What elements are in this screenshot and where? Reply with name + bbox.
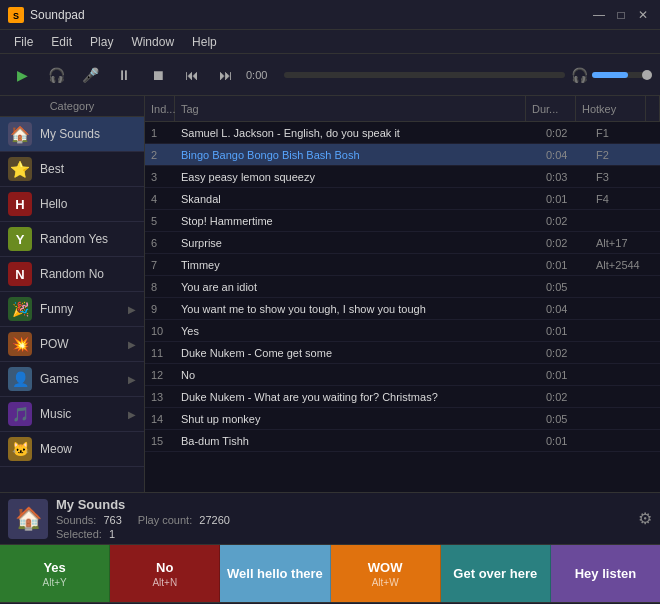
cell-duration: 0:04 [540, 303, 590, 315]
mic-button[interactable]: 🎤 [76, 61, 104, 89]
cell-duration: 0:02 [540, 391, 590, 403]
headphone-button[interactable]: 🎧 [42, 61, 70, 89]
selected-label: Selected: 1 [56, 528, 115, 540]
sidebar-label-funny: Funny [40, 302, 73, 316]
sidebar-label-games: Games [40, 372, 79, 386]
random-yes-icon: Y [8, 227, 32, 251]
sidebar-label-my-sounds: My Sounds [40, 127, 100, 141]
table-row[interactable]: 12 No 0:01 [145, 364, 660, 386]
table-row[interactable]: 1 Samuel L. Jackson - English, do you sp… [145, 122, 660, 144]
table-body: 1 Samuel L. Jackson - English, do you sp… [145, 122, 660, 492]
menu-file[interactable]: File [6, 33, 41, 51]
close-button[interactable]: ✕ [634, 6, 652, 24]
volume-slider[interactable] [592, 72, 652, 78]
cell-index: 15 [145, 435, 175, 447]
sidebar-item-music[interactable]: 🎵 Music ▶ [0, 397, 144, 432]
toolbar: ▶ 🎧 🎤 ⏸ ⏹ ⏮ ⏭ 0:00 🎧 [0, 54, 660, 96]
sidebar-item-meow[interactable]: 🐱 Meow [0, 432, 144, 467]
title-bar: S Soundpad — □ ✕ [0, 0, 660, 30]
col-header-duration[interactable]: Dur... [526, 96, 576, 121]
menu-play[interactable]: Play [82, 33, 121, 51]
cell-duration: 0:02 [540, 127, 590, 139]
menu-edit[interactable]: Edit [43, 33, 80, 51]
cell-index: 13 [145, 391, 175, 403]
sidebar-label-meow: Meow [40, 442, 72, 456]
selected-value: 1 [109, 528, 115, 540]
cell-index: 3 [145, 171, 175, 183]
cell-tag: Samuel L. Jackson - English, do you spea… [175, 127, 540, 139]
table-row[interactable]: 10 Yes 0:01 [145, 320, 660, 342]
menu-window[interactable]: Window [123, 33, 182, 51]
table-row[interactable]: 15 Ba-dum Tishh 0:01 [145, 430, 660, 452]
table-row[interactable]: 6 Surprise 0:02 Alt+17 [145, 232, 660, 254]
volume-thumb [642, 70, 652, 80]
sidebar-header: Category [0, 96, 144, 117]
col-header-hotkey[interactable]: Hotkey [576, 96, 646, 121]
col-header-index[interactable]: Ind... [145, 96, 175, 121]
sidebar: Category 🏠 My Sounds ⭐ Best H Hello Y Ra… [0, 96, 145, 492]
volume-icon: 🎧 [571, 67, 588, 83]
quick-button-no[interactable]: NoAlt+N [110, 545, 220, 602]
time-display: 0:00 [246, 69, 278, 81]
pause-button[interactable]: ⏸ [110, 61, 138, 89]
table-header: Ind... Tag Dur... Hotkey [145, 96, 660, 122]
table-row[interactable]: 9 You want me to show you tough, I show … [145, 298, 660, 320]
cell-tag: Duke Nukem - What are you waiting for? C… [175, 391, 540, 403]
settings-gear-icon[interactable]: ⚙ [638, 509, 652, 528]
sidebar-item-funny[interactable]: 🎉 Funny ▶ [0, 292, 144, 327]
quick-button-yes[interactable]: YesAlt+Y [0, 545, 110, 602]
games-expand-icon: ▶ [128, 374, 136, 385]
minimize-button[interactable]: — [590, 6, 608, 24]
sidebar-item-random-yes[interactable]: Y Random Yes [0, 222, 144, 257]
sidebar-label-random-no: Random No [40, 267, 104, 281]
quick-buttons: YesAlt+YNoAlt+NWell hello thereWOWAlt+WG… [0, 544, 660, 602]
table-row[interactable]: 2 Bingo Bango Bongo Bish Bash Bosh 0:04 … [145, 144, 660, 166]
cell-duration: 0:02 [540, 215, 590, 227]
cell-tag: You are an idiot [175, 281, 540, 293]
table-row[interactable]: 11 Duke Nukem - Come get some 0:02 [145, 342, 660, 364]
cell-index: 10 [145, 325, 175, 337]
table-row[interactable]: 14 Shut up monkey 0:05 [145, 408, 660, 430]
table-row[interactable]: 3 Easy peasy lemon squeezy 0:03 F3 [145, 166, 660, 188]
sidebar-item-best[interactable]: ⭐ Best [0, 152, 144, 187]
table-row[interactable]: 13 Duke Nukem - What are you waiting for… [145, 386, 660, 408]
app-icon: S [8, 7, 24, 23]
quick-button-wow[interactable]: WOWAlt+W [331, 545, 441, 602]
table-row[interactable]: 8 You are an idiot 0:05 [145, 276, 660, 298]
progress-bar[interactable] [284, 72, 565, 78]
status-meta: Sounds: 763 Play count: 27260 [56, 514, 630, 526]
sidebar-item-hello[interactable]: H Hello [0, 187, 144, 222]
sounds-label: Sounds: 763 [56, 514, 122, 526]
quick-button-get-over-here[interactable]: Get over here [441, 545, 551, 602]
sidebar-item-random-no[interactable]: N Random No [0, 257, 144, 292]
sidebar-label-hello: Hello [40, 197, 67, 211]
play-button[interactable]: ▶ [8, 61, 36, 89]
quick-button-well-hello-there[interactable]: Well hello there [220, 545, 330, 602]
table-row[interactable]: 5 Stop! Hammertime 0:02 [145, 210, 660, 232]
cell-tag: Skandal [175, 193, 540, 205]
cell-tag: Bingo Bango Bongo Bish Bash Bosh [175, 149, 540, 161]
meow-icon: 🐱 [8, 437, 32, 461]
cell-hotkey: F4 [590, 193, 660, 205]
games-icon: 👤 [8, 367, 32, 391]
cell-index: 5 [145, 215, 175, 227]
sidebar-label-pow: POW [40, 337, 69, 351]
next-button[interactable]: ⏭ [212, 61, 240, 89]
table-row[interactable]: 7 Timmey 0:01 Alt+2544 [145, 254, 660, 276]
quick-button-hey-listen[interactable]: Hey listen [551, 545, 660, 602]
col-header-tag[interactable]: Tag [175, 96, 526, 121]
sidebar-item-pow[interactable]: 💥 POW ▶ [0, 327, 144, 362]
sidebar-item-games[interactable]: 👤 Games ▶ [0, 362, 144, 397]
cell-hotkey: F3 [590, 171, 660, 183]
cell-duration: 0:04 [540, 149, 590, 161]
maximize-button[interactable]: □ [612, 6, 630, 24]
menu-help[interactable]: Help [184, 33, 225, 51]
cell-index: 4 [145, 193, 175, 205]
funny-expand-icon: ▶ [128, 304, 136, 315]
prev-button[interactable]: ⏮ [178, 61, 206, 89]
cell-duration: 0:05 [540, 281, 590, 293]
table-row[interactable]: 4 Skandal 0:01 F4 [145, 188, 660, 210]
sidebar-item-my-sounds[interactable]: 🏠 My Sounds [0, 117, 144, 152]
app-title: Soundpad [30, 8, 584, 22]
stop-button[interactable]: ⏹ [144, 61, 172, 89]
